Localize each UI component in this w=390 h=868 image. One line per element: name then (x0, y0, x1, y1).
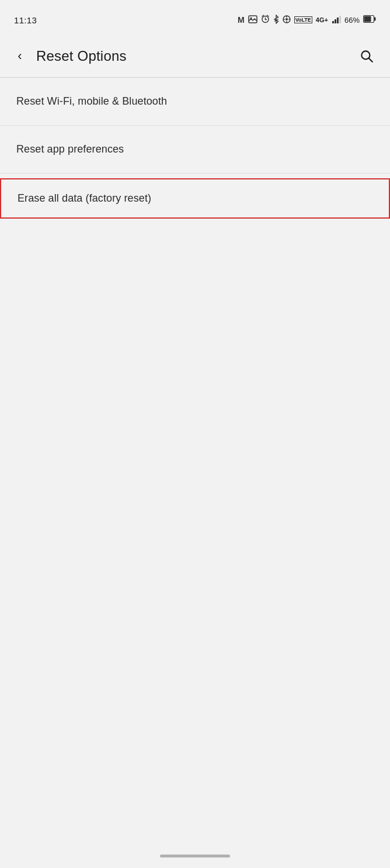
menu-item-reset-app[interactable]: Reset app preferences (0, 126, 390, 173)
toolbar-left: ‹ Reset Options (9, 46, 127, 67)
svg-line-17 (369, 58, 372, 62)
menu-item-reset-app-label: Reset app preferences (16, 143, 124, 155)
menu-item-erase-data-label: Erase all data (factory reset) (18, 192, 151, 204)
back-icon: ‹ (18, 49, 22, 64)
back-button[interactable]: ‹ (9, 46, 30, 67)
battery-percentage: 66% (344, 16, 360, 25)
page-title: Reset Options (36, 48, 127, 64)
status-time: 11:13 (14, 15, 37, 25)
status-bar: 11:13 M (0, 0, 390, 35)
content-area: Reset Wi-Fi, mobile & Bluetooth Reset ap… (0, 78, 390, 219)
signal-icon (332, 15, 341, 25)
svg-rect-15 (364, 16, 371, 22)
menu-item-reset-wifi[interactable]: Reset Wi-Fi, mobile & Bluetooth (0, 78, 390, 125)
toolbar: ‹ Reset Options (0, 35, 390, 77)
svg-rect-11 (337, 18, 339, 23)
search-button[interactable] (355, 44, 378, 68)
image-icon (248, 15, 257, 25)
bluetooth-icon (273, 15, 279, 26)
menu-item-erase-data[interactable]: Erase all data (factory reset) (0, 178, 390, 219)
home-indicator (160, 855, 230, 857)
volte-icon: VoLTE (294, 16, 312, 24)
svg-rect-12 (339, 16, 341, 23)
location-icon (283, 15, 291, 25)
menu-item-reset-wifi-label: Reset Wi-Fi, mobile & Bluetooth (16, 95, 167, 107)
svg-point-4 (285, 18, 288, 20)
svg-rect-14 (374, 18, 376, 21)
svg-rect-10 (335, 19, 336, 23)
search-icon (359, 49, 374, 64)
battery-icon (363, 15, 376, 25)
alarm-icon (261, 15, 270, 25)
status-icons: M (238, 15, 376, 26)
svg-rect-9 (332, 21, 334, 23)
divider-2 (0, 173, 390, 174)
gmail-icon: M (238, 15, 245, 25)
4g-icon: 4G+ (316, 16, 328, 23)
